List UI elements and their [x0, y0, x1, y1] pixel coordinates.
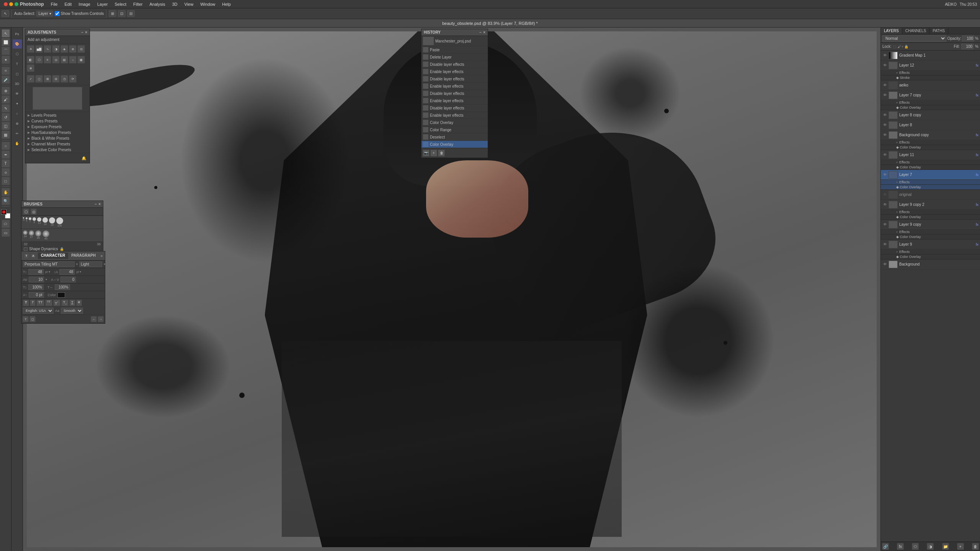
- layer-sub-effects-9[interactable]: ▾ Effects: [881, 249, 980, 254]
- layer-adjustment-btn[interactable]: ◑: [927, 543, 934, 550]
- history-item-deselect[interactable]: Deselect: [421, 134, 488, 141]
- adj-curves[interactable]: ∿: [44, 45, 51, 53]
- color-swatches[interactable]: [1, 209, 10, 218]
- align-btn-1[interactable]: ⊞: [109, 10, 116, 17]
- mode-3d[interactable]: 3D: [13, 79, 22, 88]
- eraser-tool[interactable]: ◫: [2, 122, 10, 130]
- char-track-field[interactable]: [60, 277, 76, 282]
- char-font-dropdown-arrow[interactable]: ▾: [76, 262, 78, 266]
- menu-help[interactable]: Help: [219, 1, 234, 7]
- history-minimize[interactable]: −: [479, 30, 482, 34]
- mode-heal[interactable]: ⊕: [13, 119, 22, 128]
- layer-original[interactable]: 👁 original: [881, 190, 980, 200]
- char-kern-dropdown[interactable]: ▾: [46, 278, 47, 281]
- layer-delete-btn[interactable]: 🗑: [972, 543, 979, 550]
- layer-mask-btn[interactable]: ⬭: [912, 543, 919, 550]
- window-controls[interactable]: [3, 2, 19, 7]
- brush-size-7[interactable]: 7: [29, 217, 31, 227]
- lasso-tool[interactable]: ⌒: [2, 47, 10, 55]
- adj-vibrance[interactable]: ◈: [60, 45, 68, 53]
- adj-photo-filter[interactable]: ⬡: [35, 56, 43, 64]
- adj-tool-4[interactable]: ⊟: [52, 75, 60, 83]
- char-strike-btn[interactable]: T: [76, 300, 82, 306]
- layer-vis-11[interactable]: 👁: [882, 152, 888, 158]
- layer-sub-stroke-12[interactable]: ◆ Stroke: [881, 75, 980, 80]
- layer-fx-9copy2[interactable]: fx: [976, 203, 978, 207]
- adj-brightness[interactable]: ☀: [27, 45, 34, 53]
- quick-select-tool[interactable]: ✦: [2, 55, 10, 64]
- show-transform-checkbox[interactable]: [55, 11, 60, 16]
- adj-tool-6[interactable]: ⟳: [69, 75, 77, 83]
- menu-analysis[interactable]: Analysis: [147, 1, 168, 7]
- tab-character[interactable]: CHARACTER: [38, 253, 68, 259]
- char-lang-select[interactable]: English: USA: [23, 308, 54, 314]
- char-size-unit[interactable]: pt ▾: [45, 270, 50, 274]
- mode-view[interactable]: 👁: [13, 89, 22, 98]
- char-bold-btn[interactable]: T: [23, 300, 29, 306]
- history-close[interactable]: ×: [483, 30, 485, 34]
- char-panel-icon-4[interactable]: →: [98, 316, 104, 322]
- adj-tool-3[interactable]: ⊞: [44, 75, 51, 83]
- menu-file[interactable]: File: [48, 1, 61, 7]
- char-leading-field[interactable]: [59, 269, 75, 275]
- char-panel-icon-2[interactable]: ◻: [29, 316, 36, 322]
- layer-sub-effects-7copy[interactable]: ▾ Effects: [881, 100, 980, 105]
- brushes-close[interactable]: ×: [98, 202, 101, 206]
- char-style-dropdown-arrow[interactable]: ▾: [104, 262, 105, 266]
- layer-vis-gm[interactable]: 👁: [882, 53, 888, 58]
- layer-sub-effects-9cp[interactable]: ▾ Effects: [881, 230, 980, 235]
- layer-bgcopy[interactable]: 👁 Background copy fx: [881, 130, 980, 140]
- layer-sub-co-7copy[interactable]: ◆ Color Overlay: [881, 105, 980, 110]
- layer-fx-11[interactable]: fx: [976, 153, 978, 157]
- layer-7[interactable]: 👁 Layer 7 fx: [881, 170, 980, 180]
- lock-transparent[interactable]: ⬚: [893, 45, 897, 49]
- soft-brush-1[interactable]: 24: [23, 230, 28, 240]
- layer-vis-12[interactable]: 👁: [882, 63, 888, 68]
- mode-select[interactable]: ⬡: [13, 49, 22, 59]
- history-new-doc-btn[interactable]: +: [430, 150, 437, 156]
- char-icon-t[interactable]: T: [24, 253, 29, 259]
- mode-shape[interactable]: ◻: [13, 69, 22, 78]
- history-item-enable-2[interactable]: Enable layer effects: [421, 83, 488, 90]
- history-item-disable-4[interactable]: Disable layer effects: [421, 104, 488, 112]
- spot-heal-tool[interactable]: ⊕: [2, 86, 10, 95]
- history-brush-tool[interactable]: ↺: [2, 113, 10, 121]
- mode-nav[interactable]: ✋: [13, 139, 22, 148]
- brush-tool[interactable]: 🖌: [2, 95, 10, 104]
- path-select-tool[interactable]: ⌾: [2, 168, 10, 176]
- layer-fx-12[interactable]: fx: [976, 64, 978, 67]
- brushes-minimize[interactable]: −: [95, 202, 97, 206]
- marquee-tool[interactable]: ⬜: [2, 38, 10, 46]
- eyedropper-tool[interactable]: 💉: [2, 75, 10, 84]
- opacity-input[interactable]: [962, 36, 974, 41]
- adj-sel-color[interactable]: ⊕: [27, 64, 34, 72]
- clone-stamp-tool[interactable]: ✎: [2, 104, 10, 112]
- layer-9[interactable]: 👁 Layer 9 fx: [881, 240, 980, 249]
- layer-vis-8[interactable]: 👁: [882, 122, 888, 128]
- brush-checkbox-shape[interactable]: [24, 247, 28, 251]
- history-item-co-active[interactable]: Color Overlay: [421, 141, 488, 148]
- layer-7copy[interactable]: 👁 Layer 7 copy fx: [881, 90, 980, 100]
- char-baseline-field[interactable]: [29, 292, 44, 298]
- char-color-swatch[interactable]: [57, 292, 65, 298]
- gradient-tool[interactable]: ▦: [2, 130, 10, 139]
- layer-11[interactable]: 👁 Layer 11 fx: [881, 150, 980, 160]
- adj-threshold[interactable]: ⬦: [69, 56, 77, 64]
- char-italic-btn[interactable]: T: [30, 300, 36, 306]
- adj-tool-1[interactable]: ✓: [27, 75, 34, 83]
- soft-brush-3[interactable]: 35: [35, 230, 41, 240]
- layer-group-btn[interactable]: 📁: [942, 543, 949, 550]
- layer-sub-effects-7[interactable]: ▾ Effects: [881, 180, 980, 185]
- soft-brush-2[interactable]: 27: [29, 230, 34, 240]
- brush-size-100[interactable]: 100: [56, 217, 63, 227]
- move-tool-btn[interactable]: ↖: [2, 10, 9, 17]
- align-btn-2[interactable]: ⊡: [118, 10, 126, 17]
- layer-fx-7[interactable]: fx: [976, 173, 978, 177]
- adj-invert[interactable]: ◎: [52, 56, 60, 64]
- adj-tool-2[interactable]: ◻: [35, 75, 43, 83]
- history-item-enable-4[interactable]: Enable layer effects: [421, 112, 488, 119]
- history-item-disable-2[interactable]: Disable layer effects: [421, 75, 488, 83]
- history-snapshot-btn[interactable]: 📷: [423, 150, 430, 156]
- layer-vis-original[interactable]: 👁: [882, 192, 888, 197]
- layer-vis-bg[interactable]: 👁: [882, 262, 888, 267]
